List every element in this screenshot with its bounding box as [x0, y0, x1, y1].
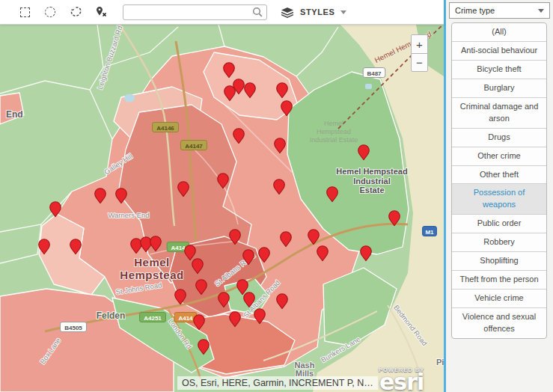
crime-type-dropdown[interactable]: Crime type — [449, 2, 550, 19]
crime-map[interactable]: EndHemelHempsteadHemelHempsteadIndustria… — [0, 0, 444, 392]
crime-type-label: Crime type — [455, 6, 495, 15]
crime-map-app: EndHemelHempsteadHemelHempsteadIndustria… — [0, 0, 553, 392]
map-label: Warners End — [108, 211, 149, 219]
search-icon — [252, 7, 263, 18]
svg-text:A414: A414 — [178, 315, 193, 322]
crime-type-option[interactable]: Violence and sexual offences — [452, 308, 546, 338]
map-label: Piml — [436, 358, 444, 367]
map-label: Industrial — [353, 177, 391, 186]
crime-type-option[interactable]: Possession of weapons — [452, 184, 546, 215]
map-label: Hempstead — [120, 269, 183, 281]
crime-filter-panel: Crime type (All)Anti-social behaviourBic… — [444, 0, 553, 392]
search-input[interactable] — [123, 4, 267, 20]
crime-type-option[interactable]: Anti-social behaviour — [452, 42, 546, 61]
freehand-select-button[interactable] — [64, 1, 87, 23]
map-label: Hempstead — [317, 128, 351, 135]
layers-icon — [281, 7, 294, 18]
crime-type-option[interactable]: Bicycle theft — [452, 61, 546, 79]
map-label: Industrial Estate — [310, 136, 358, 144]
pin-x-icon — [94, 6, 108, 18]
crime-type-option[interactable]: Criminal damage and arson — [452, 98, 546, 129]
crime-type-option[interactable]: Theft from the person — [452, 271, 546, 290]
crime-type-option[interactable]: (All) — [452, 23, 546, 42]
circle-select-button[interactable] — [39, 1, 61, 23]
styles-button[interactable]: STYLES — [281, 7, 346, 18]
road-shield: A4146 — [153, 123, 179, 132]
dashed-rectangle-icon — [20, 7, 30, 17]
search-box — [123, 4, 267, 20]
map-attribution: OS, Esri, HERE, Garmin, INCREMENT P, N… — [177, 376, 378, 390]
map-label: Estate — [359, 186, 384, 195]
rectangle-select-button[interactable] — [13, 1, 36, 23]
svg-text:B487: B487 — [367, 70, 382, 77]
map-label: Hemel — [134, 256, 170, 269]
road-shield: A4147 — [181, 141, 207, 150]
crime-type-list: (All)Anti-social behaviourBicycle theftB… — [451, 22, 547, 339]
road-shield: B487 — [363, 68, 385, 78]
lasso-icon — [70, 6, 82, 18]
crime-type-option[interactable]: Vehicle crime — [452, 290, 546, 308]
map-label: Felden — [97, 310, 126, 321]
crime-type-option[interactable]: Burglary — [452, 79, 546, 98]
road-shield: M1 — [423, 227, 437, 236]
esri-logo: POWERED BY esri — [379, 367, 424, 391]
zoom-out-button[interactable]: − — [411, 53, 428, 72]
map-toolbar: STYLES — [0, 0, 444, 25]
esri-wordmark: esri — [379, 373, 424, 391]
crime-type-option[interactable]: Drugs — [452, 129, 546, 147]
crime-type-option[interactable]: Robbery — [452, 233, 546, 252]
clear-pins-button[interactable] — [90, 1, 112, 23]
crime-type-option[interactable]: Other theft — [452, 166, 546, 185]
map-container[interactable]: EndHemelHempsteadHemelHempsteadIndustria… — [0, 0, 444, 392]
dashed-circle-icon — [45, 7, 55, 17]
chevron-down-icon — [340, 10, 346, 14]
crime-type-option[interactable]: Shoplifting — [452, 252, 546, 271]
svg-text:A4147: A4147 — [185, 143, 203, 150]
map-label: End — [6, 109, 23, 120]
crime-type-option[interactable]: Public order — [452, 215, 546, 233]
svg-text:A414: A414 — [171, 245, 186, 251]
road-shield: B4505 — [61, 322, 87, 332]
crime-type-option[interactable]: Other crime — [452, 147, 546, 166]
svg-text:B4505: B4505 — [64, 325, 82, 331]
map-label: Hemel — [324, 120, 343, 127]
svg-text:A4251: A4251 — [144, 315, 162, 322]
chevron-down-icon — [538, 9, 544, 13]
svg-text:A4146: A4146 — [156, 125, 174, 132]
svg-text:M1: M1 — [425, 229, 434, 236]
road-shield: A4251 — [140, 313, 166, 322]
zoom-in-button[interactable]: + — [411, 34, 428, 53]
map-label: Hemel Hempstead — [336, 167, 407, 176]
styles-label: STYLES — [300, 7, 334, 16]
zoom-control: + − — [411, 34, 428, 72]
